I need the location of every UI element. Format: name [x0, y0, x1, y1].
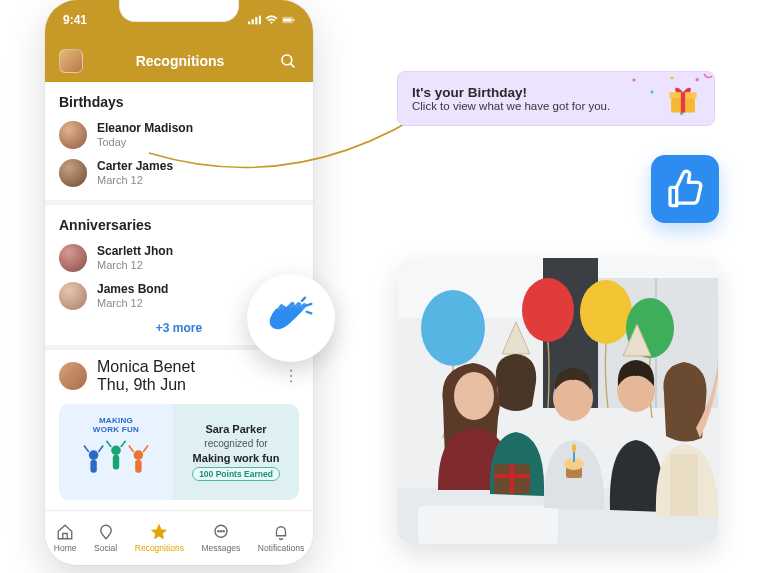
- messages-icon: [212, 523, 230, 541]
- svg-point-22: [218, 531, 219, 532]
- svg-point-23: [220, 531, 221, 532]
- avatar: [59, 159, 87, 187]
- svg-point-13: [111, 445, 121, 455]
- feed-item: Monica Benet Thu, 9th Jun ⋯ MAKING WORK …: [45, 350, 313, 500]
- search-icon: [279, 52, 297, 70]
- person-sub: Today: [97, 136, 193, 148]
- home-icon: [56, 523, 74, 541]
- tab-notifications[interactable]: Notifications: [258, 523, 304, 553]
- celebrate-icon: [76, 434, 156, 489]
- svg-line-20: [143, 445, 148, 451]
- svg-rect-33: [681, 92, 685, 112]
- recognized-text: recognized for: [204, 438, 267, 449]
- feed-date: Thu, 9th Jun: [97, 376, 195, 394]
- svg-rect-43: [418, 506, 558, 544]
- person-name: James Bond: [97, 283, 168, 297]
- tab-label: Notifications: [258, 543, 304, 553]
- card-illustration: MAKING WORK FUN: [59, 404, 173, 500]
- avatar: [59, 121, 87, 149]
- svg-line-12: [98, 445, 103, 451]
- svg-point-27: [670, 76, 673, 79]
- avatar: [59, 244, 87, 272]
- social-icon: [97, 523, 115, 541]
- birthday-row[interactable]: Eleanor Madison Today: [45, 116, 313, 154]
- svg-point-44: [421, 290, 485, 366]
- recognition-card[interactable]: MAKING WORK FUN Sara Parker recognized f…: [59, 404, 299, 500]
- svg-line-15: [106, 440, 111, 446]
- person-name: Scarlett Jhon: [97, 245, 173, 259]
- svg-rect-0: [248, 21, 250, 24]
- signal-icon: [248, 15, 261, 25]
- tab-bar: Home Social Recognitions Messages Notifi…: [45, 510, 313, 565]
- svg-point-25: [632, 78, 635, 81]
- status-time: 9:41: [63, 13, 87, 27]
- card-text: Sara Parker recognized for Making work f…: [173, 404, 299, 500]
- birthday-banner[interactable]: It's your Birthday! Click to view what w…: [397, 71, 715, 126]
- bell-icon: [272, 523, 290, 541]
- tab-home[interactable]: Home: [54, 523, 77, 553]
- svg-rect-6: [293, 19, 294, 21]
- card-tag: MAKING: [99, 416, 133, 425]
- svg-rect-1: [252, 19, 254, 24]
- notch: [119, 0, 239, 22]
- svg-point-26: [651, 91, 654, 94]
- svg-line-36: [307, 312, 312, 314]
- recognized-for: Making work fun: [193, 452, 280, 464]
- user-avatar[interactable]: [59, 49, 83, 73]
- svg-line-11: [84, 445, 89, 451]
- gift-icon: [666, 82, 700, 116]
- svg-point-55: [572, 444, 576, 452]
- svg-point-46: [580, 280, 632, 344]
- battery-icon: [282, 15, 295, 25]
- celebration-photo: [398, 258, 718, 544]
- tab-label: Messages: [202, 543, 241, 553]
- points-badge: 100 Points Earned: [192, 467, 280, 481]
- tab-label: Home: [54, 543, 77, 553]
- birthday-row[interactable]: Carter James March 12: [45, 154, 313, 192]
- wifi-icon: [265, 15, 278, 25]
- svg-line-35: [307, 304, 312, 306]
- avatar[interactable]: [59, 362, 87, 390]
- tab-recognitions[interactable]: Recognitions: [135, 523, 184, 553]
- person-sub: March 12: [97, 259, 173, 271]
- search-button[interactable]: [277, 50, 299, 72]
- svg-line-19: [129, 445, 134, 451]
- svg-point-45: [522, 278, 574, 342]
- svg-rect-3: [259, 16, 261, 25]
- svg-rect-18: [135, 459, 141, 472]
- person-sub: March 12: [97, 174, 173, 186]
- tab-messages[interactable]: Messages: [202, 523, 241, 553]
- svg-line-8: [290, 63, 294, 67]
- app-navbar: Recognitions: [45, 40, 313, 82]
- star-icon: [150, 523, 168, 541]
- svg-point-48: [454, 372, 494, 420]
- svg-rect-14: [113, 455, 119, 469]
- card-tag: WORK FUN: [93, 425, 139, 434]
- svg-rect-5: [283, 18, 292, 21]
- svg-line-34: [302, 298, 305, 301]
- section-title-birthdays: Birthdays: [45, 82, 313, 116]
- banner-subtitle: Click to view what we have got for you.: [412, 100, 610, 112]
- svg-point-9: [89, 450, 99, 460]
- status-icons: [248, 15, 295, 25]
- svg-rect-10: [90, 459, 96, 472]
- anniversary-row[interactable]: Scarlett Jhon March 12: [45, 239, 313, 277]
- section-title-anniversaries: Anniversaries: [45, 205, 313, 239]
- banner-title: It's your Birthday!: [412, 85, 610, 100]
- svg-point-24: [223, 531, 224, 532]
- tab-label: Recognitions: [135, 543, 184, 553]
- feed-more-button[interactable]: ⋯: [283, 368, 299, 385]
- clap-bubble[interactable]: [247, 274, 335, 362]
- page-title: Recognitions: [136, 53, 225, 69]
- thumbs-up-tile[interactable]: [651, 155, 719, 223]
- recognized-name: Sara Parker: [205, 423, 266, 435]
- svg-point-17: [134, 450, 144, 460]
- tab-label: Social: [94, 543, 117, 553]
- svg-rect-2: [255, 17, 257, 24]
- tab-social[interactable]: Social: [94, 523, 117, 553]
- thumbs-up-icon: [665, 169, 705, 209]
- person-name: Carter James: [97, 160, 173, 174]
- avatar: [59, 282, 87, 310]
- person-sub: March 12: [97, 297, 168, 309]
- svg-line-16: [121, 440, 126, 446]
